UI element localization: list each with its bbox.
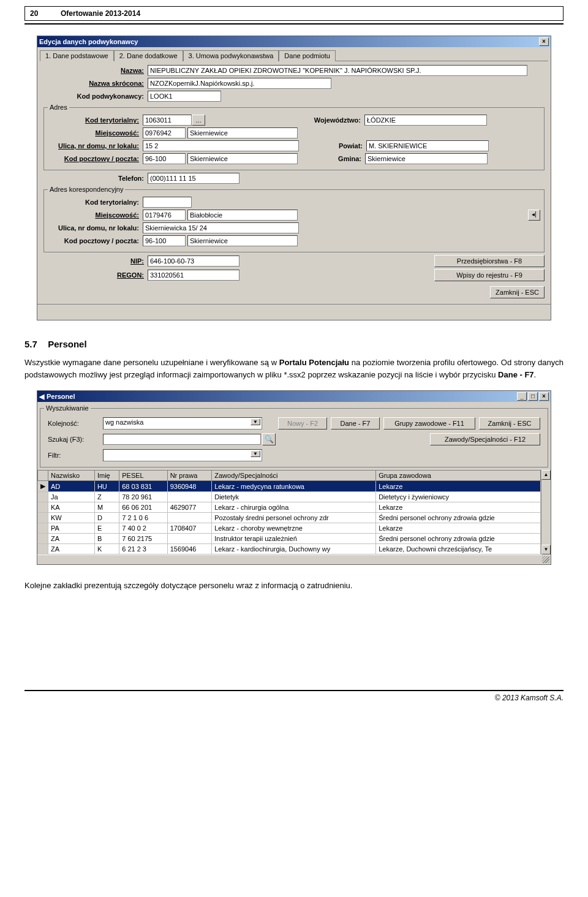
titlebar-2: ◀ Personel _ □ ×	[37, 391, 551, 402]
table-row[interactable]: KWD7 2 1 0 6Pozostały średni personel oc…	[38, 513, 541, 523]
section-title: Personel	[48, 339, 86, 349]
table-row[interactable]: KAM66 06 2014629077Lekarz - chirurgia og…	[38, 502, 541, 513]
label-gmina: Gmina:	[298, 155, 365, 162]
legend-search: Wyszukiwanie	[44, 404, 91, 412]
close-icon-2[interactable]: ×	[539, 392, 549, 401]
input-kor-kod[interactable]	[143, 235, 186, 246]
section-number: 5.7	[24, 339, 37, 349]
titlebar: Edycja danych podwykonawcy ×	[37, 36, 551, 47]
label-regon: REGON:	[43, 271, 148, 279]
input-kor-ulica[interactable]	[143, 222, 299, 233]
input-kor-poczta[interactable]	[187, 235, 298, 246]
label-nazwa: Nazwa:	[43, 67, 148, 74]
input-kod[interactable]	[143, 153, 186, 164]
table-row[interactable]: ZAB7 60 2175Instruktor terapii uzależnie…	[38, 534, 541, 544]
table-header-row: Nazwisko Imię PESEL Nr prawa Zawody/Spec…	[38, 471, 541, 481]
input-telefon[interactable]	[148, 173, 239, 184]
label-telefon: Telefon:	[43, 175, 148, 182]
button-f9[interactable]: Wpisy do rejestru - F9	[434, 269, 545, 281]
label-kod-ter: Kod terytorialny:	[48, 116, 143, 124]
minimize-icon[interactable]: _	[517, 392, 527, 401]
paragraph-2: Kolejne zakładki prezentują szczegóły do…	[24, 580, 564, 592]
tab-contract[interactable]: 3. Umowa podwykonawstwa	[183, 50, 279, 61]
copy-address-button[interactable]: ◂|	[528, 210, 540, 221]
input-kod-ter[interactable]	[143, 115, 192, 126]
label-kor-ulica: Ulica, nr domu, nr lokalu:	[48, 224, 143, 232]
select-kolejnosc[interactable]: wg nazwiska	[103, 417, 262, 430]
label-kor-miejsc: Miejscowość:	[48, 211, 143, 219]
input-szukaj[interactable]	[103, 434, 261, 445]
input-kor-miejsc-code[interactable]	[143, 210, 186, 221]
input-powiat[interactable]	[366, 140, 489, 151]
label-nazwa-skr: Nazwa skrócona:	[43, 80, 148, 87]
maximize-icon[interactable]: □	[528, 392, 538, 401]
scroll-up-icon[interactable]: ▲	[541, 470, 551, 480]
label-miejsc: Miejscowość:	[48, 129, 143, 137]
col-nazwisko[interactable]: Nazwisko	[48, 471, 95, 481]
page-title: Ofertowanie 2013-2014	[61, 9, 140, 18]
tab-entity[interactable]: Dane podmiotu	[279, 50, 336, 61]
input-nazwa-skr[interactable]	[148, 78, 331, 89]
lookup-button[interactable]: …	[192, 115, 205, 126]
label-filtr: Filtr:	[48, 452, 103, 459]
label-kolejnosc: Kolejność:	[48, 420, 103, 427]
close-icon[interactable]: ×	[539, 37, 549, 46]
button-dane[interactable]: Dane - F7	[331, 417, 380, 430]
window-title: Edycja danych podwykonawcy	[39, 38, 538, 45]
label-kod-poczta: Kod pocztowy / poczta:	[48, 155, 143, 162]
input-regon[interactable]	[148, 270, 239, 281]
input-kod-pod[interactable]	[148, 91, 221, 102]
input-nazwa[interactable]	[148, 65, 527, 76]
label-kor-kod-poczta: Kod pocztowy / poczta:	[48, 237, 143, 244]
table-row[interactable]: ▶ADHU68 03 8319360948Lekarz - medycyna r…	[38, 481, 541, 492]
col-zawody[interactable]: Zawody/Specjalności	[212, 471, 376, 481]
button-close-esc[interactable]: Zamknij - ESC	[490, 286, 545, 298]
app-icon: ◀	[39, 393, 44, 401]
tab-basic[interactable]: 1. Dane podstawowe	[40, 50, 114, 61]
personnel-table[interactable]: Nazwisko Imię PESEL Nr prawa Zawody/Spec…	[37, 470, 541, 554]
binoculars-icon[interactable]: 🔍	[262, 433, 276, 445]
button-zamknij[interactable]: Zamknij - ESC	[479, 417, 540, 430]
button-grupy[interactable]: Grupy zawodowe - F11	[383, 417, 475, 430]
col-imie[interactable]: Imię	[94, 471, 119, 481]
input-woj[interactable]	[364, 115, 487, 126]
section-heading: 5.7 Personel	[24, 339, 564, 349]
legend-adres: Adres	[48, 104, 69, 111]
scroll-down-icon[interactable]: ▼	[541, 545, 551, 554]
label-woj: Województwo:	[205, 116, 364, 124]
legend-adres-kor: Adres korespondencyjny	[48, 186, 125, 193]
window-personnel: ◀ Personel _ □ × Wyszukiwanie Kolejność:…	[37, 390, 551, 565]
table-row[interactable]: JaZ78 20 961DietetykDietetycy i żywienio…	[38, 492, 541, 502]
table-row[interactable]: ZAK6 21 2 31569046Lekarz - kardiochirurg…	[38, 544, 541, 554]
label-powiat: Powiat:	[299, 142, 366, 150]
window-title-2: Personel	[47, 393, 516, 400]
col-nrprawa[interactable]: Nr prawa	[167, 471, 212, 481]
table-row[interactable]: PAE7 40 0 21708407Lekarz - choroby wewnę…	[38, 523, 541, 534]
page-footer: © 2013 Kamsoft S.A.	[24, 690, 564, 702]
input-miejsc-code[interactable]	[143, 127, 186, 138]
input-ulica[interactable]	[143, 140, 299, 151]
page-number: 20	[30, 9, 61, 18]
data-grid: Nazwisko Imię PESEL Nr prawa Zawody/Spec…	[37, 470, 551, 554]
button-f8[interactable]: Przedsiębiorstwa - F8	[434, 255, 545, 267]
input-miejsc-name[interactable]	[187, 127, 298, 138]
input-poczta[interactable]	[187, 153, 298, 164]
paragraph-1: Wszystkie wymagane dane personelu uzupeł…	[24, 357, 564, 380]
input-kor-kod-ter[interactable]	[143, 197, 192, 208]
tabs: 1. Dane podstawowe 2. Dane dodatkowe 3. …	[40, 50, 548, 61]
button-zawody[interactable]: Zawody/Specjalności - F12	[430, 433, 540, 445]
col-grupa[interactable]: Grupa zawodowa	[376, 471, 541, 481]
input-kor-miejsc-name[interactable]	[187, 210, 298, 221]
button-nowy[interactable]: Nowy - F2	[278, 417, 327, 430]
label-ulica: Ulica, nr domu, nr lokalu:	[48, 142, 143, 150]
tab-additional[interactable]: 2. Dane dodatkowe	[114, 50, 183, 61]
page-header: 20 Ofertowanie 2013-2014	[24, 6, 564, 21]
col-pesel[interactable]: PESEL	[119, 471, 167, 481]
input-gmina[interactable]	[365, 153, 488, 164]
window-edit-subcontractor: Edycja danych podwykonawcy × 1. Dane pod…	[37, 36, 551, 320]
input-nip[interactable]	[148, 255, 239, 267]
resize-grip[interactable]	[37, 554, 551, 564]
select-filtr[interactable]	[103, 449, 262, 461]
fieldset-search: Wyszukiwanie Kolejność: wg nazwiska Nowy…	[40, 404, 548, 467]
vertical-scrollbar[interactable]: ▲ ▼	[541, 470, 551, 554]
